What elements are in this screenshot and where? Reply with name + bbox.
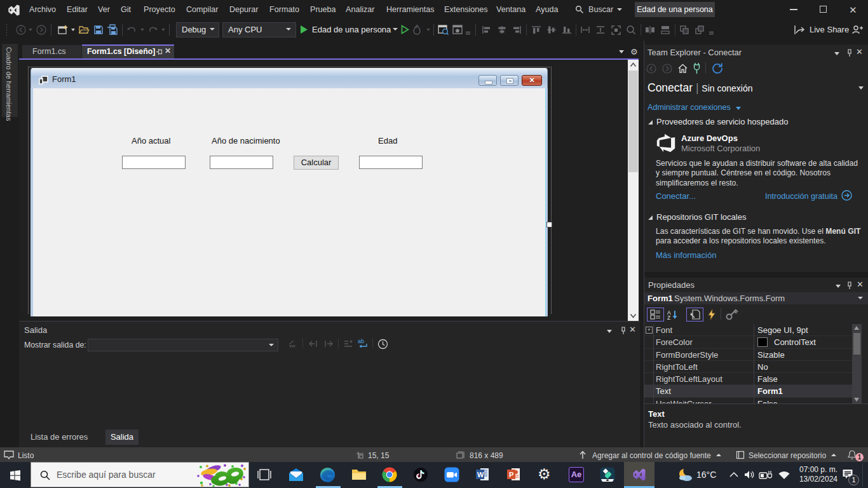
svg-text:W: W <box>477 471 484 478</box>
svg-text:P: P <box>509 471 513 478</box>
svg-text:ab: ab <box>358 338 364 344</box>
svg-text:Z: Z <box>667 315 670 320</box>
